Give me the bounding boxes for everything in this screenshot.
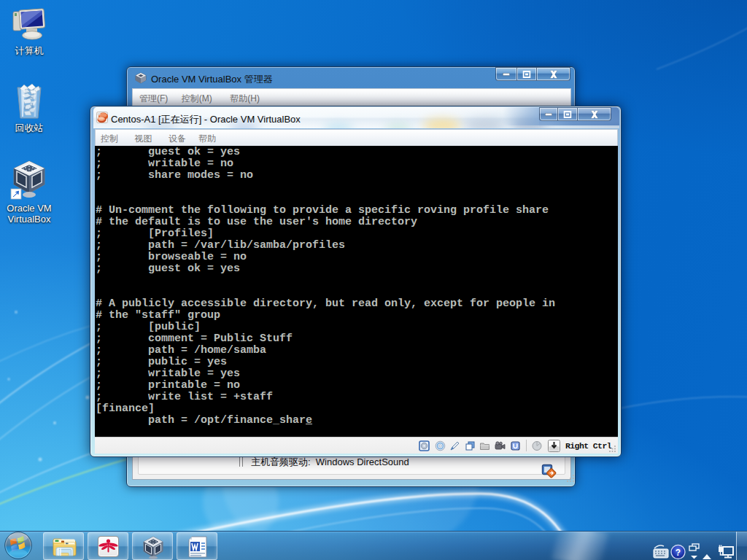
svg-text:?: ? xyxy=(676,548,681,558)
